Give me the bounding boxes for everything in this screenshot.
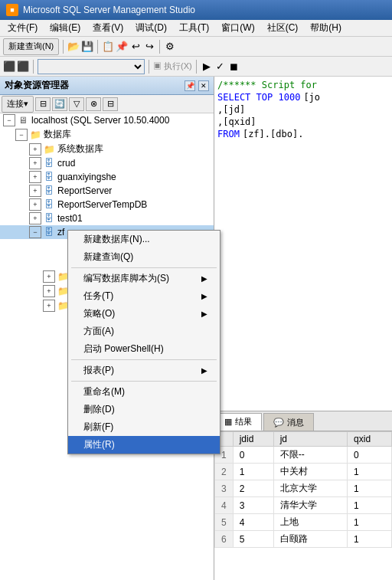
sql-keyword-from: FROM bbox=[217, 129, 240, 141]
cell-rownum: 6 bbox=[215, 531, 234, 548]
tab-results[interactable]: ▦ 结果 bbox=[214, 413, 262, 431]
cm-new-query[interactable]: 新建查询(Q) bbox=[68, 248, 220, 266]
redo-icon[interactable]: ↪ bbox=[143, 41, 155, 53]
security-expander[interactable] bbox=[43, 300, 55, 312]
test01-expander[interactable] bbox=[29, 212, 41, 224]
zf-expander[interactable] bbox=[29, 226, 41, 238]
cell-rownum: 5 bbox=[215, 514, 234, 531]
play-icon[interactable]: ▶ bbox=[201, 61, 213, 73]
cm-facets[interactable]: 方面(A) bbox=[68, 323, 220, 340]
server-expander[interactable] bbox=[3, 114, 15, 126]
results-panel: ▦ 结果 💬 消息 jdid jd qxid bbox=[214, 411, 392, 580]
sql-line-5: FROM [zf].[dbo]. bbox=[217, 129, 389, 141]
menu-tools[interactable]: 工具(T) bbox=[173, 20, 215, 36]
app-icon: ■ bbox=[6, 4, 18, 16]
oe-filter-btn[interactable]: ▽ bbox=[69, 97, 84, 111]
menu-debug[interactable]: 调试(D) bbox=[129, 20, 173, 36]
main-area: 对象资源管理器 📌 ✕ 连接▾ ⊟ 🔄 ▽ ⊗ ⊟ 🖥 localhost (S… bbox=[0, 77, 392, 580]
tree-item-reportserver[interactable]: 🗄 ReportServer bbox=[0, 184, 214, 198]
cell-rownum: 2 bbox=[215, 464, 234, 480]
menu-file[interactable]: 文件(F) bbox=[2, 20, 44, 36]
check-icon[interactable]: ✓ bbox=[214, 61, 227, 73]
results-table: jdid jd qxid 1 0 不限-- 0 2 1 中关村 1 3 2 北京… bbox=[214, 431, 392, 548]
guanxi-expander[interactable] bbox=[29, 171, 41, 183]
table-row: 2 1 中关村 1 bbox=[215, 464, 392, 480]
cm-rename[interactable]: 重命名(M) bbox=[68, 383, 220, 401]
toolbar2-sep2 bbox=[149, 60, 149, 74]
cell-qxid: 1 bbox=[348, 514, 392, 531]
sql-text-3: ,[qxid] bbox=[217, 116, 256, 129]
open-icon[interactable]: 📂 bbox=[67, 41, 80, 53]
sql-editor[interactable]: /****** Script for SELECT TOP 1000 [jo ,… bbox=[214, 77, 392, 411]
tab-messages-icon: 💬 bbox=[273, 418, 284, 428]
cell-qxid: 1 bbox=[348, 497, 392, 514]
cm-delete[interactable]: 删除(D) bbox=[68, 401, 220, 418]
cm-powershell[interactable]: 启动 PowerShell(H) bbox=[68, 340, 220, 358]
rs-db-icon: 🗄 bbox=[43, 185, 55, 197]
cell-jd: 上地 bbox=[273, 514, 347, 531]
tab-messages-label: 消息 bbox=[287, 417, 304, 428]
stop-icon[interactable]: ◼ bbox=[228, 61, 240, 73]
systemdb-expander[interactable] bbox=[29, 143, 41, 156]
oe-disconnect-btn[interactable]: ⊟ bbox=[35, 97, 51, 111]
menu-edit[interactable]: 编辑(E) bbox=[44, 20, 87, 36]
cm-script-database[interactable]: 编写数据库脚本为(S) ▶ bbox=[68, 270, 220, 287]
paste-icon[interactable]: 📌 bbox=[116, 41, 128, 53]
cm-separator-2 bbox=[71, 359, 217, 360]
crud-expander[interactable] bbox=[29, 157, 41, 169]
cell-jdid: 3 bbox=[233, 497, 273, 514]
cell-jd: 不限-- bbox=[273, 447, 347, 464]
sql-icon1[interactable]: ⬛ bbox=[3, 61, 15, 73]
oe-collapse-btn[interactable]: ⊟ bbox=[103, 97, 118, 111]
tab-messages[interactable]: 💬 消息 bbox=[263, 413, 314, 431]
cm-new-database[interactable]: 新建数据库(N)... bbox=[68, 231, 220, 248]
cm-tasks[interactable]: 任务(T) ▶ bbox=[68, 287, 220, 305]
sql-keyword-select: SELECT TOP 1000 bbox=[217, 92, 300, 104]
cm-arrow-script: ▶ bbox=[201, 274, 207, 283]
tree-item-test01[interactable]: 🗄 test01 bbox=[0, 211, 214, 225]
toolbar-separator-3 bbox=[159, 40, 160, 54]
object-explorer-panel: 对象资源管理器 📌 ✕ 连接▾ ⊟ 🔄 ▽ ⊗ ⊟ 🖥 localhost (S… bbox=[0, 77, 214, 580]
cm-reports[interactable]: 报表(P) ▶ bbox=[68, 362, 220, 379]
database-select[interactable] bbox=[38, 59, 145, 74]
undo-icon[interactable]: ↩ bbox=[129, 41, 142, 53]
databases-expander[interactable] bbox=[15, 129, 28, 141]
rs-expander[interactable] bbox=[29, 185, 41, 197]
tree-item-crud[interactable]: 🗄 crud bbox=[0, 156, 214, 170]
tree-item-guanxi[interactable]: 🗄 guanxiyingshe bbox=[0, 170, 214, 184]
tree-item-server[interactable]: 🖥 localhost (SQL Server 10.50.4000 bbox=[0, 113, 214, 127]
menu-community[interactable]: 社区(C) bbox=[261, 20, 305, 36]
cm-properties[interactable]: 属性(R) bbox=[68, 436, 220, 454]
tree-item-reporttemp[interactable]: 🗄 ReportServerTempDB bbox=[0, 198, 214, 211]
new-query-button[interactable]: 新建查询(N) bbox=[3, 38, 59, 55]
tree-item-databases[interactable]: 📁 数据库 bbox=[0, 127, 214, 142]
save-icon[interactable]: 💾 bbox=[81, 41, 93, 53]
rt-expander[interactable] bbox=[29, 198, 41, 211]
sb-expander[interactable] bbox=[43, 270, 55, 283]
cm-policies[interactable]: 策略(O) ▶ bbox=[68, 305, 220, 323]
cell-jdid: 0 bbox=[233, 447, 273, 464]
copy-icon[interactable]: 📋 bbox=[102, 41, 114, 53]
menu-view[interactable]: 查看(V) bbox=[87, 20, 129, 36]
tree-item-systemdb[interactable]: 📁 系统数据库 bbox=[0, 142, 214, 156]
sql-text-2: ,[jd] bbox=[217, 104, 245, 116]
zf-db-icon: 🗄 bbox=[43, 226, 55, 238]
systemdb-icon: 📁 bbox=[43, 143, 55, 156]
table-row: 6 5 白颐路 1 bbox=[215, 531, 392, 548]
cell-rownum: 3 bbox=[215, 480, 234, 497]
oe-stop-btn[interactable]: ⊗ bbox=[86, 97, 101, 111]
menu-window[interactable]: 窗口(W) bbox=[215, 20, 260, 36]
close-button[interactable]: ✕ bbox=[198, 80, 209, 91]
oe-refresh-btn[interactable]: 🔄 bbox=[52, 97, 67, 111]
sql-comment: /****** Script for bbox=[217, 80, 317, 92]
connect-button[interactable]: 连接▾ bbox=[2, 96, 34, 113]
pin-button[interactable]: 📌 bbox=[185, 80, 195, 91]
cm-arrow-reports: ▶ bbox=[201, 366, 207, 375]
settings-icon[interactable]: ⚙ bbox=[164, 41, 176, 53]
menu-help[interactable]: 帮助(H) bbox=[304, 20, 348, 36]
storage-expander[interactable] bbox=[43, 285, 55, 297]
sql-icon2[interactable]: ⬛ bbox=[17, 61, 29, 73]
menu-bar: 文件(F) 编辑(E) 查看(V) 调试(D) 工具(T) 窗口(W) 社区(C… bbox=[0, 20, 392, 37]
rt-db-icon: 🗄 bbox=[43, 198, 55, 211]
cm-refresh[interactable]: 刷新(F) bbox=[68, 418, 220, 436]
